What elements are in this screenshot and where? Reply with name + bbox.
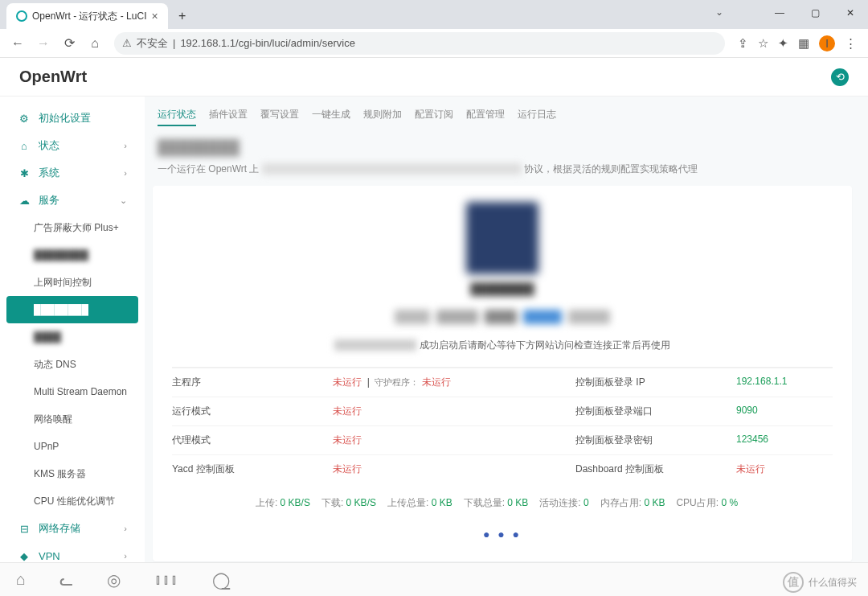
insecure-label: 不安全: [137, 36, 168, 51]
qr-icon[interactable]: ▦: [798, 36, 809, 51]
sidebar-icon: ◆: [18, 550, 31, 562]
loading-dots-icon: ● ● ●: [172, 513, 833, 545]
hero-logo-icon: [466, 202, 538, 274]
status-card: ████████ ████████████ 成功启动后请耐心等待下方网站访问检查…: [153, 186, 852, 561]
browser-tab[interactable]: OpenWrt - 运行状态 - LuCI ×: [6, 3, 168, 29]
window-controls: — ▢ ✕: [762, 0, 868, 26]
sidebar-icon: ⊟: [18, 523, 31, 535]
chevron-icon: ›: [124, 551, 127, 561]
browser-chrome: OpenWrt - 运行状态 - LuCI × + ⌄ — ▢ ✕ ← → ⟳ …: [0, 0, 868, 58]
chevron-icon: ⌄: [120, 195, 127, 206]
close-window-button[interactable]: ✕: [833, 0, 868, 26]
sidebar-icon: ☁: [18, 195, 31, 207]
extension-icons: ⇪ ☆ ✦ ▦ I ⋮: [733, 35, 862, 51]
sidebar-subitem[interactable]: ████████: [6, 296, 138, 323]
sidebar-item[interactable]: ◆VPN›: [0, 542, 145, 562]
sidebar-item[interactable]: ✱系统›: [0, 159, 145, 187]
sidebar-subitem[interactable]: Multi Stream Daemon: [0, 378, 145, 405]
sidebar-subitem[interactable]: 网络唤醒: [0, 405, 145, 433]
content-tab[interactable]: 插件设置: [209, 108, 248, 126]
sidebar-icon: ⚙: [18, 113, 31, 125]
content-tabs: 运行状态插件设置覆写设置一键生成规则附加配置订阅配置管理运行日志: [153, 97, 852, 134]
brand-title: OpenWrt: [19, 68, 87, 86]
sidebar-subitem[interactable]: 广告屏蔽大师 Plus+: [0, 214, 145, 241]
close-icon[interactable]: ×: [151, 10, 158, 23]
sidebar-item[interactable]: ⌂状态›: [0, 132, 145, 159]
bottom-toolbar: ⌂ ᓚ ◎ ⫾⫾⫾ ◯̲ 值 什么值得买: [0, 562, 868, 596]
new-tab-button[interactable]: +: [171, 5, 194, 27]
content-tab[interactable]: 配置订阅: [415, 108, 453, 126]
address-bar: ← → ⟳ ⌂ ⚠ 不安全 | 192.168.1.1/cgi-bin/luci…: [0, 29, 868, 58]
chevron-icon: ›: [124, 141, 127, 150]
sidebar-subitem[interactable]: 动态 DNS: [0, 351, 145, 378]
tab-title: OpenWrt - 运行状态 - LuCI: [32, 10, 146, 23]
maximize-button[interactable]: ▢: [797, 0, 833, 26]
page: OpenWrt ⟲ ⚙初始化设置⌂状态›✱系统›☁服务⌄广告屏蔽大师 Plus+…: [0, 58, 868, 562]
stats-icon[interactable]: ⫾⫾⫾: [154, 570, 178, 589]
home-icon[interactable]: ⌂: [16, 570, 26, 589]
sidebar-subitem[interactable]: CPU 性能优化调节: [0, 487, 145, 515]
sidebar-subitem[interactable]: UPnP: [0, 433, 145, 460]
sidebar-subitem[interactable]: 上网时间控制: [0, 269, 145, 296]
chevron-icon: ›: [124, 168, 127, 178]
hero-badges: [172, 310, 833, 324]
insecure-icon: ⚠: [122, 37, 132, 49]
sidebar-item[interactable]: ⚙初始化设置: [0, 105, 145, 132]
bookmark-icon[interactable]: ☆: [758, 36, 768, 51]
url-input[interactable]: ⚠ 不安全 | 192.168.1.1/cgi-bin/luci/admin/s…: [114, 32, 725, 55]
extensions-icon[interactable]: ✦: [778, 36, 788, 51]
sidebar-item[interactable]: ⊟网络存储›: [0, 515, 145, 542]
metrics-row: 上传: 0 KB/S下载: 0 KB/S上传总量: 0 KB下载总量: 0 KB…: [172, 483, 833, 513]
page-header: OpenWrt ⟲: [0, 58, 868, 97]
share-icon[interactable]: ⇪: [738, 36, 748, 51]
back-button[interactable]: ←: [6, 32, 29, 55]
sidebar-subitem[interactable]: KMS 服务器: [0, 460, 145, 487]
content-tab[interactable]: 运行状态: [158, 108, 196, 126]
url-text: 192.168.1.1/cgi-bin/luci/admin/service: [180, 37, 355, 49]
status-table: 主程序 未运行 | 守护程序： 未运行 控制面板登录 IP 192.168.1.…: [172, 367, 833, 483]
hero-title: ████████: [172, 282, 833, 295]
content-tab[interactable]: 配置管理: [466, 108, 505, 126]
section-title: ████████: [153, 134, 852, 159]
section-description: 一个运行在 OpenWrt 上 ████████████████████████…: [153, 159, 852, 186]
watermark: 值 什么值得买: [783, 572, 857, 593]
profile-avatar[interactable]: I: [819, 35, 835, 51]
content-tab[interactable]: 覆写设置: [260, 108, 299, 126]
content-tab[interactable]: 一键生成: [312, 108, 350, 126]
minimize-button[interactable]: —: [762, 0, 797, 26]
compass-icon[interactable]: ◎: [107, 570, 121, 590]
sidebar-icon: ⌂: [18, 140, 31, 152]
hero-info: ████████████ 成功启动后请耐心等待下方网站访问检查连接正常后再使用: [172, 339, 833, 352]
content-tab[interactable]: 运行日志: [518, 108, 556, 126]
cat-icon[interactable]: ᓚ: [59, 570, 73, 590]
main-content: 运行状态插件设置覆写设置一键生成规则附加配置订阅配置管理运行日志 ███████…: [145, 97, 868, 562]
user-icon[interactable]: ◯̲: [212, 570, 230, 590]
reload-button[interactable]: ⟳: [58, 32, 80, 55]
refresh-icon[interactable]: ⟲: [831, 68, 849, 86]
menu-icon[interactable]: ⋮: [845, 36, 857, 51]
sidebar-item[interactable]: ☁服务⌄: [0, 187, 145, 214]
forward-button: →: [32, 32, 55, 55]
sidebar-subitem[interactable]: ████████: [0, 241, 145, 269]
sidebar-icon: ✱: [18, 167, 31, 179]
tabs-dropdown-icon[interactable]: ⌄: [715, 6, 723, 18]
tab-bar: OpenWrt - 运行状态 - LuCI × + ⌄ — ▢ ✕: [0, 0, 868, 29]
favicon-icon: [16, 10, 27, 22]
home-button[interactable]: ⌂: [84, 32, 106, 55]
content-tab[interactable]: 规则附加: [363, 108, 402, 126]
watermark-icon: 值: [783, 572, 804, 593]
sidebar-subitem[interactable]: ████: [0, 323, 145, 351]
sidebar: ⚙初始化设置⌂状态›✱系统›☁服务⌄广告屏蔽大师 Plus+████████上网…: [0, 97, 145, 562]
hero-section: ████████ ████████████ 成功启动后请耐心等待下方网站访问检查…: [172, 202, 833, 352]
chevron-icon: ›: [124, 524, 127, 533]
watermark-text: 什么值得买: [809, 576, 857, 590]
